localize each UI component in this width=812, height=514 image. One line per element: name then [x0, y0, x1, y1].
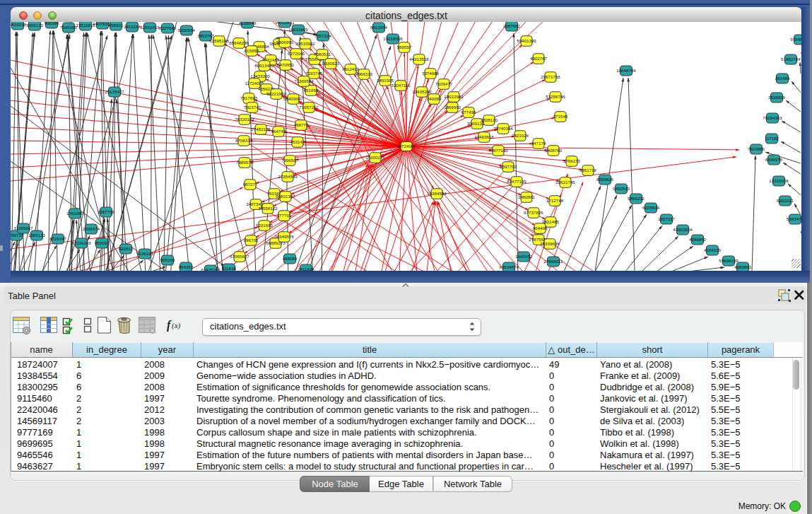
svg-text:2480861: 2480861 [518, 194, 536, 199]
svg-text:29671756: 29671756 [541, 74, 560, 79]
svg-text:16033809: 16033809 [288, 27, 308, 32]
svg-text:80913431: 80913431 [254, 63, 274, 68]
svg-text:7193745: 7193745 [305, 71, 323, 76]
svg-text:79740344: 79740344 [493, 126, 513, 131]
svg-text:7080531: 7080531 [314, 52, 331, 57]
svg-text:48877190: 48877190 [488, 148, 508, 153]
svg-text:908386: 908386 [45, 22, 59, 25]
svg-text:498776: 498776 [294, 122, 309, 127]
svg-text:2411824: 2411824 [298, 267, 314, 271]
svg-text:13433200: 13433200 [250, 74, 270, 78]
svg-text:117182: 117182 [765, 136, 779, 141]
svg-text:36349578: 36349578 [274, 234, 294, 239]
svg-text:854353: 854353 [179, 264, 194, 269]
svg-text:096705: 096705 [244, 238, 259, 243]
svg-text:909169: 909169 [160, 257, 175, 262]
svg-text:1781080: 1781080 [66, 211, 84, 216]
svg-text:2328120: 2328120 [481, 117, 498, 122]
svg-text:651850: 651850 [304, 88, 319, 93]
svg-text:70154303: 70154303 [763, 115, 782, 120]
svg-text:377701: 377701 [277, 213, 292, 218]
svg-text:4902787: 4902787 [530, 56, 548, 61]
svg-text:51462704: 51462704 [781, 57, 801, 62]
svg-text:071545: 071545 [553, 114, 568, 119]
svg-text:4966319: 4966319 [355, 71, 373, 76]
svg-text:65648236: 65648236 [229, 40, 249, 45]
svg-text:9600133: 9600133 [26, 23, 44, 28]
svg-text:67737826: 67737826 [524, 210, 543, 215]
svg-text:404499: 404499 [533, 226, 548, 230]
svg-text:19384554: 19384554 [427, 191, 447, 196]
svg-text:75339636: 75339636 [540, 241, 560, 246]
svg-text:495931: 495931 [109, 23, 124, 28]
svg-text:568557: 568557 [397, 45, 412, 49]
svg-text:7996507: 7996507 [281, 158, 299, 163]
svg-text:6808760: 6808760 [545, 148, 563, 153]
svg-text:27868011: 27868011 [543, 259, 563, 264]
svg-text:67065627: 67065627 [230, 254, 249, 259]
svg-text:1712748: 1712748 [546, 198, 564, 203]
svg-text:281489: 281489 [775, 76, 790, 81]
svg-text:97848018: 97848018 [790, 37, 801, 42]
svg-text:76320163: 76320163 [235, 117, 254, 122]
svg-text:7923747: 7923747 [244, 105, 261, 110]
svg-text:0330923: 0330923 [322, 61, 340, 66]
svg-text:615865: 615865 [245, 48, 259, 53]
svg-text:8059826: 8059826 [596, 177, 614, 182]
svg-text:2528809: 2528809 [768, 95, 786, 100]
svg-text:44313518: 44313518 [409, 57, 429, 62]
svg-text:4060883: 4060883 [734, 264, 752, 269]
svg-text:71369594: 71369594 [294, 78, 314, 83]
svg-text:5869232: 5869232 [628, 196, 645, 201]
svg-text:8597703: 8597703 [500, 164, 517, 169]
svg-text:7889579: 7889579 [236, 160, 254, 165]
svg-text:7824896: 7824896 [748, 146, 765, 151]
svg-text:07482175: 07482175 [251, 127, 271, 132]
svg-text:59401399: 59401399 [517, 38, 536, 43]
svg-text:1065133: 1065133 [28, 233, 46, 238]
svg-text:82477109: 82477109 [507, 179, 526, 184]
svg-text:9912419: 9912419 [342, 66, 360, 71]
svg-text:3267736: 3267736 [98, 209, 115, 214]
svg-text:(x): (x) [172, 321, 181, 330]
svg-text:2421024: 2421024 [512, 133, 529, 138]
svg-text:464743: 464743 [271, 129, 286, 134]
svg-text:51256746: 51256746 [546, 94, 565, 99]
svg-text:2606474: 2606474 [83, 226, 100, 231]
svg-text:4294019: 4294019 [704, 247, 722, 252]
svg-text:498084: 498084 [283, 256, 298, 261]
svg-text:71657262: 71657262 [299, 105, 319, 110]
svg-text:0470952: 0470952 [277, 62, 295, 67]
svg-text:3953767: 3953767 [197, 33, 215, 38]
svg-text:80831367: 80831367 [276, 194, 295, 199]
svg-text:1607337: 1607337 [658, 216, 676, 221]
svg-text:8708317: 8708317 [235, 138, 253, 143]
svg-text:6231665: 6231665 [256, 223, 273, 228]
svg-text:4238849: 4238849 [239, 22, 257, 25]
svg-text:820812: 820812 [119, 246, 134, 251]
svg-text:5766270: 5766270 [563, 158, 581, 163]
svg-text:43303654: 43303654 [673, 227, 693, 232]
svg-text:31165667: 31165667 [13, 226, 33, 230]
svg-text:02621745: 02621745 [555, 180, 575, 185]
svg-text:13315098: 13315098 [769, 178, 789, 183]
svg-text:9301031: 9301031 [777, 198, 794, 203]
svg-text:453147: 453147 [290, 139, 305, 144]
svg-text:050097: 050097 [95, 240, 110, 245]
svg-text:240084: 240084 [427, 96, 442, 101]
svg-text:61595148: 61595148 [209, 38, 229, 43]
svg-text:1869993: 1869993 [444, 105, 461, 110]
svg-text:18724007: 18724007 [396, 144, 416, 148]
svg-text:25135427: 25135427 [105, 89, 124, 94]
svg-text:7357224: 7357224 [314, 33, 332, 38]
svg-text:55698169: 55698169 [719, 258, 739, 263]
svg-text:2087682: 2087682 [503, 23, 521, 28]
svg-text:62475107: 62475107 [201, 267, 220, 271]
svg-text:4586850: 4586850 [689, 237, 707, 242]
svg-text:8951718: 8951718 [579, 168, 597, 173]
svg-text:19218506: 19218506 [383, 36, 403, 41]
svg-text:9806990: 9806990 [276, 40, 294, 45]
svg-text:6025634: 6025634 [642, 205, 660, 210]
svg-text:7940265: 7940265 [60, 25, 78, 30]
svg-text:87234309: 87234309 [71, 240, 91, 245]
